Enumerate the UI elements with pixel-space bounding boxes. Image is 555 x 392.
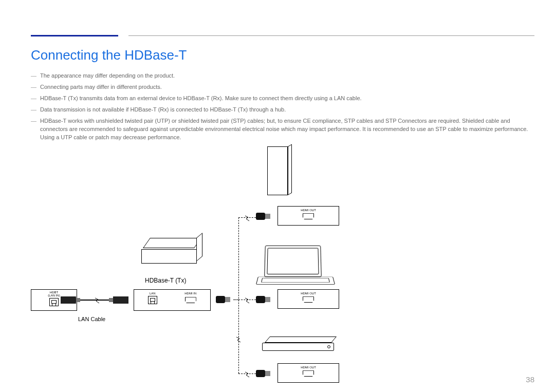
note-item: HDBase-T works with unshielded twisted p… [31,117,534,142]
source-device-hdmi-out-port: HDMI OUT [278,206,339,226]
cable-break-icon [245,214,250,220]
note-item: Data transmission is not available if HD… [31,106,534,114]
hdmi-jack-icon [303,296,314,303]
page-number: 38 [526,375,534,384]
cable-break-icon [236,335,241,342]
cable-break-icon [245,296,250,303]
hdmi-cable-plug-icon [256,211,273,221]
header-accent-bar [31,35,118,36]
connection-diagram: HDBT (LAN IN) HDBase-T (Tx) LAN HDMI IN … [31,146,349,383]
transmitter-hdmi-in-port: HDMI IN [184,291,196,303]
hdmi-jack-icon [303,370,314,377]
hdmi-jack-icon [185,297,196,303]
transmitter-lan-port: LAN [148,291,157,304]
port-label: LAN [150,291,156,295]
header-rule [31,35,534,36]
notes-list: The appearance may differ depending on t… [31,72,534,145]
hdmi-cable-plug-icon [256,368,273,379]
dashed-connector-line [238,217,239,374]
port-label: HDMI OUT [301,291,316,295]
header-thin-line [128,35,534,36]
transmitter-label: HDBase-T (Tx) [145,277,186,284]
lan-cable-plug-icon [61,296,76,304]
transmitter-port-panel: LAN HDMI IN [134,289,211,311]
source-device-hdmi-out-port: HDMI OUT [278,363,339,383]
note-item: The appearance may differ depending on t… [31,72,534,80]
lan-cable-plug-icon [113,296,128,304]
port-label: HDMI OUT [301,208,316,212]
source-device-console-illustration [288,144,292,195]
hdmi-jack-icon [303,213,314,219]
page-title: Connecting the HDBase-T [31,47,187,63]
port-label: HDMI IN [184,291,196,295]
cable-break-icon [95,296,100,303]
rj45-jack-icon [148,296,157,304]
source-device-player-illustration [262,337,339,351]
lan-cable-label: LAN Cable [78,316,105,322]
source-device-hdmi-out-port: HDMI OUT [278,289,339,309]
cable-break-icon [245,370,250,377]
note-item: HDBase-T (Tx) transmits data from an ext… [31,95,534,103]
transmitter-device-illustration [141,238,202,264]
rj45-jack-icon [49,298,59,306]
note-item: Connecting parts may differ in different… [31,83,534,91]
hdmi-cable-plug-icon [216,294,233,305]
port-label: HDMI OUT [301,365,316,369]
source-device-laptop-illustration [257,245,339,291]
port-label: HDBT (LAN IN) [48,290,60,297]
hdmi-cable-plug-icon [256,294,273,305]
dashed-connector-line [233,300,238,300]
source-device-console-illustration [267,146,288,195]
